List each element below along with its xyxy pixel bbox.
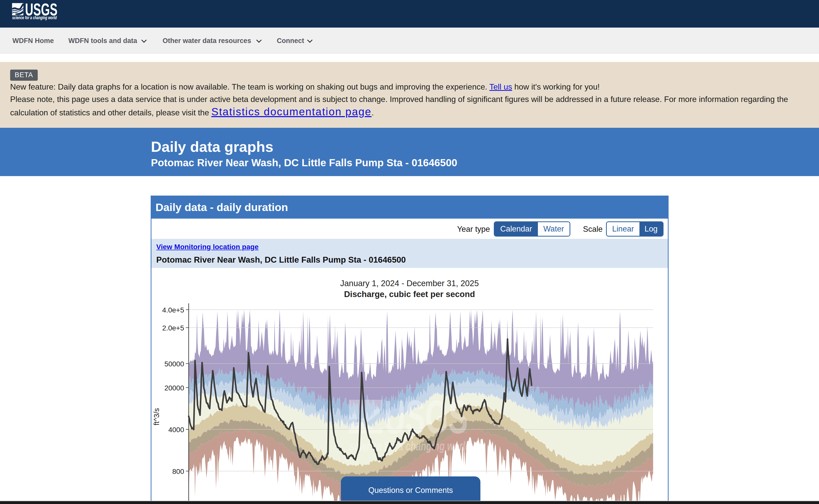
svg-text:4000: 4000 bbox=[168, 426, 184, 434]
svg-text:20000: 20000 bbox=[164, 384, 184, 392]
svg-text:Discharge, cubic feet per seco: Discharge, cubic feet per second bbox=[344, 289, 475, 299]
svg-text:science for a changing world: science for a changing world bbox=[12, 15, 57, 20]
svg-text:January 1, 2024 - December 31,: January 1, 2024 - December 31, 2025 bbox=[340, 279, 479, 288]
svg-text:50000: 50000 bbox=[164, 360, 184, 368]
svg-text:2.0e+5: 2.0e+5 bbox=[162, 324, 184, 332]
svg-text:science for a changing world: science for a changing world bbox=[350, 439, 471, 453]
svg-text:4.0e+5: 4.0e+5 bbox=[162, 306, 184, 314]
svg-text:800: 800 bbox=[172, 468, 184, 475]
svg-text:ft^3/s: ft^3/s bbox=[152, 408, 160, 425]
